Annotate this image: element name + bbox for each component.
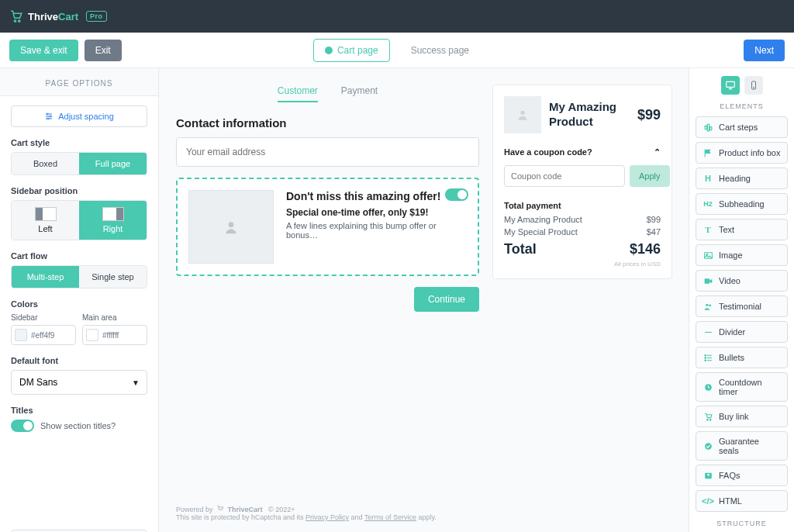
color-main-field[interactable] — [98, 331, 139, 340]
element-divider[interactable]: Divider — [696, 321, 788, 343]
chevron-up-icon: ⌃ — [654, 147, 661, 157]
apply-coupon-button[interactable]: Apply — [630, 165, 670, 187]
steps-icon — [703, 122, 713, 133]
colors-label: Colors — [11, 299, 147, 309]
default-font-label: Default font — [11, 356, 147, 365]
mobile-icon — [749, 80, 758, 91]
step-customer[interactable]: Customer — [278, 85, 318, 102]
element-video[interactable]: Video — [696, 270, 788, 292]
svg-point-7 — [520, 111, 524, 115]
svg-point-16 — [704, 354, 706, 356]
product-name: My Amazing Product — [549, 100, 630, 130]
device-mobile-button[interactable] — [744, 76, 763, 95]
cart-flow-single[interactable]: Single step — [79, 266, 147, 288]
cart-style-boxed[interactable]: Boxed — [12, 153, 79, 174]
sidebar-position-right[interactable]: Right — [79, 201, 147, 240]
footer-legal-pre: This site is protected by hCaptcha and i… — [176, 513, 306, 521]
coupon-toggle[interactable]: Have a coupon code? ⌃ — [504, 147, 661, 157]
cart-style-label: Cart style — [11, 138, 147, 147]
footer-logo-icon — [216, 505, 224, 513]
element-buy-link[interactable]: Buy link — [696, 406, 788, 427]
line-item-value: $99 — [647, 215, 661, 224]
person-icon — [223, 219, 239, 235]
line-item: My Special Product$47 — [504, 227, 661, 237]
actionbar: Save & exit Exit Cart page Success page … — [0, 33, 794, 68]
tab-cart-page[interactable]: Cart page — [313, 39, 390, 62]
svg-point-21 — [709, 419, 711, 420]
footer-apply: apply. — [416, 513, 437, 521]
cart-style-seg: Boxed Full page — [11, 152, 147, 175]
line-item-label: My Special Product — [504, 227, 578, 237]
element-product-info-box[interactable]: Product info box — [696, 142, 788, 164]
device-desktop-button[interactable] — [721, 76, 740, 95]
element-html[interactable]: </>HTML — [696, 490, 788, 512]
H2-icon: H2 — [703, 199, 713, 209]
video-icon — [703, 275, 713, 286]
default-font-select[interactable]: DM Sans — [11, 370, 147, 395]
footer-privacy-link[interactable]: Privacy Policy — [306, 513, 349, 521]
exit-button[interactable]: Exit — [85, 40, 122, 61]
position-preview-left-icon — [35, 207, 57, 221]
svg-point-17 — [704, 357, 706, 358]
footer-brand: ThriveCart — [228, 506, 263, 513]
currency-note: All prices in USD — [504, 261, 661, 268]
cart-flow-multi[interactable]: Multi-step — [12, 266, 79, 288]
next-button[interactable]: Next — [744, 40, 785, 61]
footer-powered: Powered by — [176, 506, 213, 513]
step-payment[interactable]: Payment — [341, 85, 378, 102]
people-icon — [703, 301, 713, 312]
position-preview-right-icon — [102, 207, 124, 221]
element-faqs[interactable]: FAQs — [696, 465, 788, 486]
element-cart-steps[interactable]: Cart steps — [696, 116, 788, 138]
elements-panel: ELEMENTS Cart stepsProduct info boxHHead… — [689, 68, 794, 532]
tab-cart-page-label: Cart page — [337, 45, 378, 56]
elements-heading: ELEMENTS — [696, 102, 788, 110]
element-subheading[interactable]: H2Subheading — [696, 193, 788, 215]
divider-icon — [703, 326, 713, 337]
tab-success-page[interactable]: Success page — [399, 39, 481, 62]
page-options-title: PAGE OPTIONS — [0, 68, 158, 96]
color-main-input[interactable] — [82, 325, 147, 345]
sidebar-position-seg: Left Right — [11, 200, 147, 240]
svg-point-2 — [47, 113, 48, 115]
color-sidebar-input[interactable] — [11, 325, 76, 345]
element-image[interactable]: Image — [696, 244, 788, 266]
footer-tos-link[interactable]: Terms of Service — [364, 513, 416, 521]
pro-badge: Pro — [86, 11, 107, 22]
element-text[interactable]: TText — [696, 219, 788, 240]
order-summary-card: My Amazing Product $99 Have a coupon cod… — [493, 85, 671, 278]
continue-button[interactable]: Continue — [414, 287, 479, 312]
coupon-input[interactable] — [504, 165, 625, 187]
topbar: ThriveCart Pro — [0, 0, 794, 33]
cart-icon — [703, 411, 713, 422]
structure-heading: STRUCTURE — [696, 520, 788, 527]
save-exit-button[interactable]: Save & exit — [9, 40, 78, 61]
sliders-icon — [44, 112, 54, 121]
element-heading[interactable]: HHeading — [696, 168, 788, 189]
element-bullets[interactable]: Bullets — [696, 347, 788, 368]
tab-success-page-label: Success page — [411, 45, 469, 56]
element-label: HTML — [719, 496, 742, 506]
bump-toggle[interactable] — [445, 188, 468, 201]
bump-offer-box[interactable]: Don't miss this amazing offer! Special o… — [176, 178, 479, 276]
desktop-icon — [725, 80, 736, 91]
svg-point-20 — [706, 419, 708, 420]
image-icon — [703, 250, 713, 261]
color-sidebar-field[interactable] — [27, 331, 67, 340]
product-price: $99 — [637, 107, 661, 123]
footer-year: © 2022+ — [268, 506, 295, 513]
element-guarantee-seals[interactable]: Guarantee seals — [696, 431, 788, 461]
adjust-spacing-button[interactable]: Adjust spacing — [11, 105, 147, 127]
show-section-titles-toggle[interactable] — [11, 420, 34, 432]
sidebar-position-left[interactable]: Left — [12, 201, 79, 240]
email-input[interactable] — [176, 137, 479, 167]
element-countdown-timer[interactable]: Countdown timer — [696, 372, 788, 402]
line-item-value: $47 — [647, 227, 661, 237]
svg-point-6 — [229, 222, 234, 227]
cart-style-full[interactable]: Full page — [79, 153, 147, 174]
element-testimonial[interactable]: Testimonial — [696, 295, 788, 317]
bump-title: Don't miss this amazing offer! — [286, 190, 467, 202]
svg-point-1 — [19, 20, 20, 22]
svg-point-10 — [753, 88, 754, 88]
line-item: My Amazing Product$99 — [504, 215, 661, 224]
